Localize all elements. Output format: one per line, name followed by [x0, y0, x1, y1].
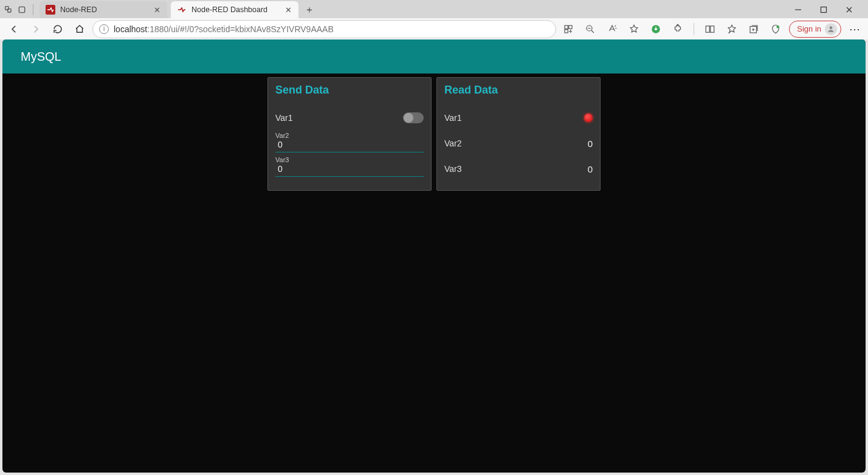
send-var2-input[interactable] [275, 140, 424, 152]
split-screen-icon[interactable] [701, 21, 718, 38]
window-controls [789, 2, 864, 18]
tab-node-red-dashboard[interactable]: Node-RED Dashboard ✕ [171, 1, 298, 18]
close-icon[interactable]: ✕ [284, 5, 292, 14]
sign-in-label: Sign in [797, 24, 821, 33]
read-var1-row: Var1 [444, 105, 593, 131]
card-title: Send Data [275, 84, 424, 97]
favorite-icon[interactable] [625, 21, 642, 38]
forward-button[interactable] [27, 20, 45, 38]
read-var2-value: 0 [588, 138, 593, 149]
tab-label: Node-RED Dashboard [191, 5, 279, 14]
send-var1-row: Var1 [275, 105, 424, 131]
send-var3-label: Var3 [275, 156, 424, 163]
read-var1-led-icon [584, 114, 593, 122]
svg-rect-5 [821, 7, 827, 13]
read-var2-row: Var2 0 [444, 131, 593, 156]
read-data-card: Read Data Var1 Var2 0 Var3 0 [436, 77, 601, 191]
cards-row: Send Data Var1 Var2 Var3 Read Data Var1 [2, 73, 866, 191]
page-title: MySQL [21, 50, 61, 64]
toolbar-right: Sign in ⋯ [560, 21, 863, 38]
collections-icon[interactable] [745, 21, 762, 38]
send-var1-switch[interactable] [403, 112, 424, 123]
window-close-icon[interactable] [840, 2, 858, 18]
send-var2-label: Var2 [275, 132, 424, 139]
app-mode-icon[interactable] [560, 21, 577, 38]
send-var3-input[interactable] [275, 164, 424, 177]
tab-bar: Node-RED ✕ Node-RED Dashboard ✕ ＋ [0, 0, 868, 18]
url-box[interactable]: i localhost:1880/ui/#!/0?socketid=kbixNA… [92, 20, 556, 38]
home-button[interactable] [71, 20, 89, 38]
tab-actions-icon[interactable] [17, 5, 27, 15]
browser-chrome: Node-RED ✕ Node-RED Dashboard ✕ ＋ i loca… [0, 0, 868, 39]
close-icon[interactable]: ✕ [153, 5, 161, 14]
browser-essentials-icon[interactable] [767, 21, 784, 38]
tab-separator [33, 4, 33, 15]
svg-rect-15 [711, 26, 714, 32]
read-var2-label: Var2 [444, 138, 462, 148]
app-viewport: MySQL Send Data Var1 Var2 Var3 Read Da [2, 39, 866, 473]
svg-rect-9 [569, 26, 572, 29]
maximize-icon[interactable] [815, 2, 833, 18]
address-bar: i localhost:1880/ui/#!/0?socketid=kbixNA… [0, 18, 868, 39]
nodered-favicon-icon [46, 5, 55, 15]
card-title: Read Data [444, 84, 593, 97]
toolbar-separator [694, 23, 694, 35]
back-button[interactable] [5, 20, 23, 38]
switch-knob-icon [404, 113, 413, 123]
settings-menu-icon[interactable]: ⋯ [846, 21, 863, 38]
send-data-card: Send Data Var1 Var2 Var3 [267, 77, 432, 191]
svg-rect-8 [565, 26, 568, 29]
read-var3-row: Var3 0 [444, 156, 593, 182]
svg-rect-14 [706, 26, 710, 32]
send-var1-label: Var1 [275, 113, 293, 123]
url-host: localhost [114, 24, 147, 34]
svg-point-18 [830, 26, 833, 29]
refresh-button[interactable] [49, 20, 67, 38]
workspaces-icon[interactable] [4, 5, 13, 15]
app-header: MySQL [2, 39, 866, 73]
read-var1-label: Var1 [444, 113, 462, 123]
zoom-icon[interactable] [582, 21, 599, 38]
nodered-dashboard-favicon-icon [177, 5, 187, 15]
read-aloud-icon[interactable] [604, 21, 621, 38]
svg-rect-3 [46, 5, 55, 15]
download-manager-icon[interactable] [647, 21, 664, 38]
send-var3-field: Var3 [275, 156, 424, 177]
svg-point-13 [677, 24, 678, 26]
svg-rect-2 [19, 7, 24, 12]
url-text: localhost:1880/ui/#!/0?socketid=kbixNAv8… [114, 24, 334, 34]
tab-node-red[interactable]: Node-RED ✕ [40, 1, 167, 18]
svg-rect-10 [565, 29, 568, 32]
read-var3-label: Var3 [444, 164, 462, 174]
site-info-icon[interactable]: i [99, 24, 109, 34]
new-tab-button[interactable]: ＋ [302, 2, 317, 17]
svg-point-17 [777, 26, 780, 29]
read-var3-value: 0 [588, 164, 593, 174]
sign-in-button[interactable]: Sign in [789, 21, 841, 38]
minimize-icon[interactable] [789, 2, 807, 18]
url-path: :1880/ui/#!/0?socketid=kbixNAv8SzYIVRV9A… [147, 24, 334, 34]
extensions-icon[interactable] [669, 21, 686, 38]
favorites-list-icon[interactable] [723, 21, 740, 38]
send-var2-field: Var2 [275, 132, 424, 152]
tab-label: Node-RED [60, 5, 148, 14]
avatar-icon [825, 23, 837, 35]
